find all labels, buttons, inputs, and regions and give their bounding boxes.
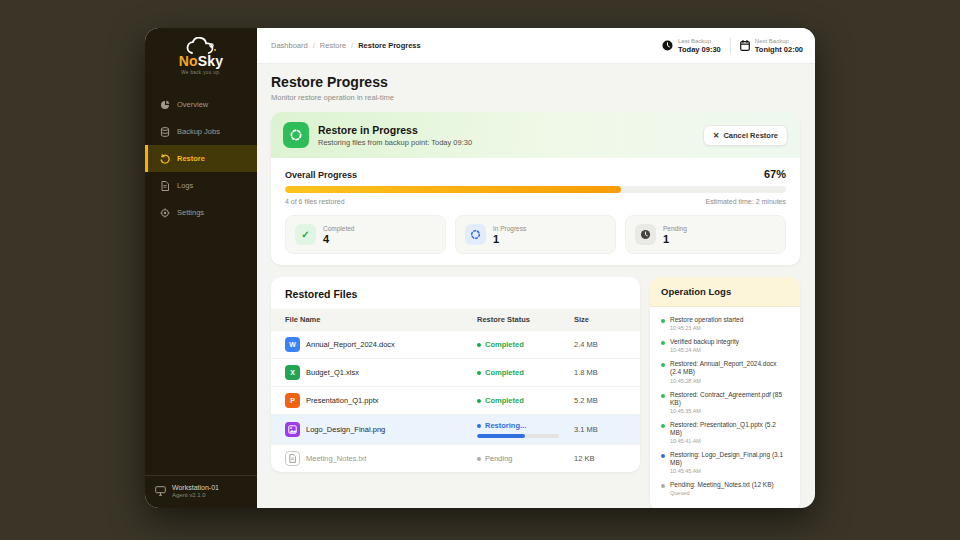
log-timestamp: 10:45:41 AM (670, 438, 789, 444)
log-timestamp: 10:45:35 AM (670, 408, 789, 414)
log-timestamp: 10:45:28 AM (670, 378, 789, 384)
status-dot (477, 424, 481, 428)
log-status-dot (661, 484, 665, 488)
file-name: Budget_Q1.xlsx (306, 368, 359, 377)
log-message: Restoring: Logo_Design_Final.png (3.1 MB… (670, 451, 789, 467)
last-backup-label: Last Backup (678, 38, 721, 44)
brand-tagline: We back you up. (145, 70, 257, 75)
sidebar-menu: Overview Backup Jobs Restore Logs Settin… (145, 91, 257, 475)
operation-logs-card: Operation Logs Restore operation started… (650, 277, 800, 508)
pie-chart-icon (160, 100, 170, 110)
file-size: 12 KB (574, 454, 626, 463)
table-row[interactable]: W Annual_Report_2024.docx Completed 2.4 … (271, 330, 640, 358)
status-badge: Restoring... (485, 421, 526, 430)
sidebar-item-label: Settings (177, 208, 204, 217)
overall-progress-percent: 67% (764, 168, 786, 180)
progress-card-body: Overall Progress 67% 4 of 6 files restor… (271, 158, 800, 265)
log-entry: Restored: Contract_Agreement.pdf (85 KB)… (661, 391, 789, 414)
status-dot (477, 399, 481, 403)
file-name: Presentation_Q1.pptx (306, 396, 379, 405)
sidebar-item-label: Restore (177, 154, 205, 163)
log-timestamp: 10:45:24 AM (670, 347, 739, 353)
breadcrumb-dashboard[interactable]: Dashboard (271, 41, 308, 50)
operation-logs-title: Operation Logs (661, 286, 789, 297)
log-entry: Restored: Presentation_Q1.pptx (5.2 MB)1… (661, 421, 789, 444)
workstation-name: Workstation-01 (172, 484, 219, 491)
table-row[interactable]: P Presentation_Q1.pptx Completed 5.2 MB (271, 386, 640, 414)
divider (730, 38, 731, 54)
table-row[interactable]: Meeting_Notes.txt Pending 12 KB (271, 444, 640, 472)
table-row[interactable]: X Budget_Q1.xlsx Completed 1.8 MB (271, 358, 640, 386)
png-file-icon (285, 422, 300, 437)
progress-bar (285, 186, 786, 193)
cancel-restore-button[interactable]: ✕ Cancel Restore (703, 125, 788, 146)
brand-logo: NoSky We back you up. (145, 28, 257, 83)
log-timestamp: 10:45:23 AM (670, 325, 743, 331)
sidebar-item-logs[interactable]: Logs (145, 172, 257, 199)
file-name: Logo_Design_Final.png (306, 425, 385, 434)
log-timestamp: 10:45:45 AM (670, 468, 789, 474)
breadcrumb: Dashboard / Restore / Restore Progress (271, 41, 421, 50)
operation-logs-list: Restore operation started10:45:23 AM Ver… (650, 307, 800, 508)
top-bar: Dashboard / Restore / Restore Progress L… (257, 28, 815, 64)
banner-title: Restore in Progress (318, 124, 472, 136)
column-size: Size (574, 315, 626, 324)
sidebar-item-label: Logs (177, 181, 193, 190)
restored-files-card: Restored Files File Name Restore Status … (271, 277, 640, 472)
status-dot (477, 343, 481, 347)
last-backup: Last Backup Today 09:30 (662, 38, 721, 54)
restored-files-title: Restored Files (271, 277, 640, 309)
calendar-icon (740, 40, 750, 51)
monitor-icon (155, 486, 166, 496)
status-dot (477, 371, 481, 375)
log-status-dot (661, 454, 665, 458)
log-entry: Restored: Annual_Report_2024.docx (2.4 M… (661, 360, 789, 383)
overall-progress-label: Overall Progress (285, 170, 357, 180)
breadcrumb-separator: / (351, 41, 353, 50)
sidebar: NoSky We back you up. Overview Backup Jo… (145, 28, 257, 508)
sidebar-item-settings[interactable]: Settings (145, 199, 257, 226)
restore-progress-card: Restore in Progress Restoring files from… (271, 112, 800, 265)
file-name: Annual_Report_2024.docx (306, 340, 395, 349)
sidebar-item-label: Backup Jobs (177, 127, 220, 136)
table-header: File Name Restore Status Size (271, 309, 640, 330)
clock-icon (635, 224, 656, 245)
log-entry: Verified backup integrity10:45:24 AM (661, 338, 789, 353)
document-icon (160, 181, 170, 191)
log-message: Verified backup integrity (670, 338, 739, 346)
breadcrumb-current: Restore Progress (358, 41, 421, 50)
file-name: Meeting_Notes.txt (306, 454, 366, 463)
restore-in-progress-banner: Restore in Progress Restoring files from… (271, 112, 800, 158)
sidebar-item-overview[interactable]: Overview (145, 91, 257, 118)
main-area: Dashboard / Restore / Restore Progress L… (257, 28, 815, 508)
gear-icon (160, 208, 170, 218)
stat-value: 1 (493, 233, 526, 245)
brand-name: NoSky (145, 53, 257, 69)
status-badge: Pending (485, 454, 513, 463)
stats-row: ✓ Completed 4 In Progress (285, 215, 786, 254)
sidebar-item-restore[interactable]: Restore (145, 145, 257, 172)
breadcrumb-restore[interactable]: Restore (320, 41, 346, 50)
column-restore-status: Restore Status (477, 315, 574, 324)
log-entry: Pending: Meeting_Notes.txt (12 KB)Queued (661, 481, 789, 496)
log-message: Restored: Annual_Report_2024.docx (2.4 M… (670, 360, 789, 376)
file-size: 3.1 MB (574, 425, 626, 434)
xlsx-file-icon: X (285, 365, 300, 380)
pptx-file-icon: P (285, 393, 300, 408)
table-row-restoring[interactable]: Logo_Design_Final.png Restoring... 3.1 M… (271, 414, 640, 444)
log-entry: Restoring: Logo_Design_Final.png (3.1 MB… (661, 451, 789, 474)
docx-file-icon: W (285, 337, 300, 352)
app-window: NoSky We back you up. Overview Backup Jo… (145, 28, 815, 508)
file-size: 1.8 MB (574, 368, 626, 377)
clock-icon (662, 40, 673, 51)
stat-label: Completed (323, 225, 354, 232)
log-entry: Restore operation started10:45:23 AM (661, 316, 789, 331)
log-message: Pending: Meeting_Notes.txt (12 KB) (670, 481, 774, 489)
sidebar-item-backup-jobs[interactable]: Backup Jobs (145, 118, 257, 145)
page-title: Restore Progress (271, 74, 800, 90)
status-badge: Completed (485, 368, 524, 377)
backup-info: Last Backup Today 09:30 Next Backup Toni… (662, 38, 803, 54)
log-message: Restore operation started (670, 316, 743, 324)
cancel-restore-label: Cancel Restore (723, 131, 778, 140)
status-dot (477, 457, 481, 461)
